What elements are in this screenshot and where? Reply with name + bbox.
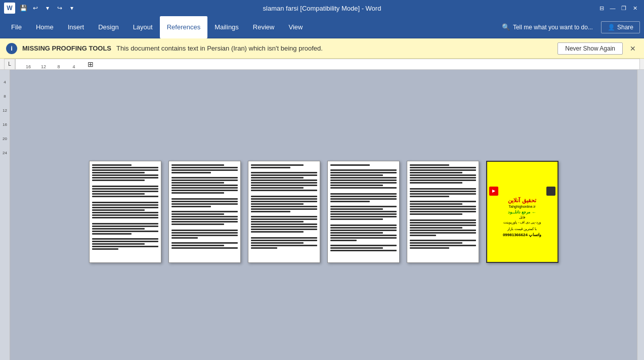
tab-references[interactable]: References	[160, 16, 207, 38]
text-line	[171, 242, 238, 244]
ad-title: تحقیق آنلاین	[508, 197, 536, 204]
text-line	[92, 172, 145, 173]
text-line	[410, 193, 476, 195]
text-line	[410, 224, 476, 226]
page-content-4	[328, 161, 399, 262]
text-line	[330, 172, 397, 173]
text-line	[410, 172, 463, 173]
text-line	[410, 247, 450, 249]
text-line	[92, 177, 158, 178]
tab-layout[interactable]: Layout	[126, 16, 160, 38]
text-line	[251, 229, 317, 230]
text-line	[251, 211, 291, 212]
text-line	[251, 182, 317, 184]
text-line	[330, 237, 397, 239]
ruler-mark-8: 8	[51, 64, 66, 69]
notification-info-icon: i	[6, 43, 17, 54]
text-line	[410, 188, 476, 190]
text-line	[251, 208, 317, 210]
page-thumbnail-2[interactable]	[168, 161, 241, 263]
word-app-icon: W	[4, 3, 15, 14]
undo-quick-btn[interactable]: ↩	[30, 3, 40, 13]
text-line	[171, 169, 238, 171]
text-line	[171, 179, 238, 181]
text-line	[251, 177, 304, 178]
page-content-5	[407, 161, 479, 262]
vertical-ruler: 4 8 12 16 20 24	[0, 70, 10, 360]
never-show-again-button[interactable]: Never Show Again	[557, 42, 623, 55]
text-line	[92, 246, 158, 247]
text-line	[92, 248, 118, 250]
text-line	[330, 193, 397, 195]
notification-bar: i MISSING PROOFING TOOLS This document c…	[0, 38, 644, 59]
tab-insert[interactable]: Insert	[61, 16, 92, 38]
text-line	[92, 164, 132, 166]
text-line	[330, 216, 397, 217]
text-line	[251, 216, 317, 217]
text-line	[330, 232, 383, 234]
text-line	[92, 188, 158, 190]
text-line	[410, 177, 476, 178]
text-line	[330, 235, 397, 236]
tab-view[interactable]: View	[281, 16, 310, 38]
page-content-3	[248, 161, 320, 262]
page-thumbnail-4[interactable]	[327, 161, 400, 263]
text-line	[251, 237, 317, 239]
page-thumbnail-6[interactable]: ▶ تحقیق آنلاین Tahghighonline.ir ← مرجع …	[486, 161, 559, 263]
text-line	[251, 240, 317, 241]
ad-subtitle: مرجع دانلـــود	[508, 210, 530, 214]
page-thumbnail-1[interactable]	[89, 161, 161, 263]
notification-close-button[interactable]: ✕	[628, 43, 638, 54]
text-line	[410, 245, 476, 246]
minimize-button[interactable]: —	[608, 3, 618, 13]
text-line	[92, 169, 158, 171]
page-thumbnail-5[interactable]	[407, 161, 479, 263]
restore-icon[interactable]: ⊟	[596, 3, 607, 13]
text-line	[171, 235, 238, 236]
text-line	[330, 247, 383, 249]
text-line	[171, 172, 211, 173]
text-line	[330, 230, 397, 231]
text-line	[92, 202, 158, 203]
ruler-corner[interactable]: L	[4, 59, 15, 70]
text-line	[410, 191, 476, 192]
page-thumbnail-3[interactable]	[248, 161, 320, 263]
horizontal-ruler: 16 12 8 4 ⊞	[15, 59, 640, 70]
ruler-mark-4: 4	[66, 64, 81, 69]
text-line	[92, 214, 158, 216]
tab-mailings[interactable]: Mailings	[207, 16, 246, 38]
text-line	[251, 190, 317, 191]
tab-file[interactable]: File	[4, 16, 29, 38]
right-scrollbar[interactable]	[637, 70, 644, 360]
text-line	[410, 235, 436, 236]
text-line	[330, 185, 383, 186]
text-line	[251, 198, 317, 200]
ruler-mark-12: 12	[36, 64, 51, 69]
text-line	[92, 243, 145, 245]
text-line	[330, 211, 397, 212]
share-button[interactable]: 👤 Share	[601, 21, 640, 33]
close-button[interactable]: ✕	[630, 3, 640, 13]
tab-design[interactable]: Design	[91, 16, 125, 38]
tab-review[interactable]: Review	[246, 16, 282, 38]
customize-quick-btn[interactable]: ▾	[67, 3, 77, 13]
share-person-icon: 👤	[608, 24, 615, 31]
ruler-bar: L 16 12 8 4 ⊞	[0, 59, 644, 70]
save-quick-btn[interactable]: 💾	[18, 3, 28, 13]
ad-content: ▶ تحقیق آنلاین Tahghighonline.ir ← مرجع …	[487, 162, 557, 262]
text-line	[330, 182, 397, 184]
vr-mark-4: 4	[0, 75, 10, 89]
vr-mark-16: 16	[0, 117, 10, 131]
tab-home[interactable]: Home	[29, 16, 61, 38]
text-line	[171, 245, 225, 246]
window-title: slaman farsi [Compatibility Mode] - Word	[263, 5, 381, 12]
ruler-collapse-arrow[interactable]: ⊞	[87, 60, 95, 68]
text-line	[251, 201, 317, 202]
title-bar-left: W 💾 ↩ ▾ ↪ ▾	[4, 3, 77, 14]
maximize-button[interactable]: ❐	[619, 3, 629, 13]
text-line	[92, 193, 145, 195]
text-line	[410, 219, 476, 221]
redo-quick-btn[interactable]: ↪	[55, 3, 65, 13]
text-line	[171, 182, 225, 184]
undo-dropdown-btn[interactable]: ▾	[42, 3, 53, 13]
